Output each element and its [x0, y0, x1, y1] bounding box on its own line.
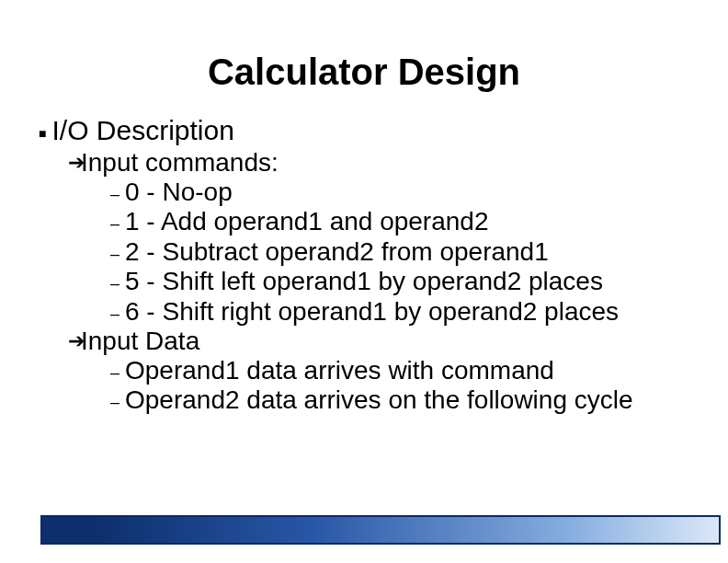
dash-bullet-icon: – — [110, 214, 119, 234]
data-text: Operand1 data arrives with command — [125, 356, 554, 385]
dash-bullet-icon: – — [110, 304, 119, 324]
section-heading: I/O Description — [51, 115, 233, 146]
dash-bullet-icon: – — [110, 274, 119, 293]
command-item: – 1 - Add operand1 and operand2 — [110, 207, 728, 236]
group-input-data: ➔ Input Data — [68, 327, 728, 356]
command-text: 5 - Shift left operand1 by operand2 plac… — [125, 267, 603, 296]
dash-bullet-icon: – — [110, 245, 119, 264]
dash-bullet-icon: – — [110, 363, 119, 383]
command-text: 2 - Subtract operand2 from operand1 — [125, 237, 549, 267]
command-item: – 6 - Shift right operand1 by operand2 p… — [110, 297, 728, 327]
group-input-commands: ➔ Input commands: — [68, 148, 728, 178]
group-heading: Input Data — [81, 327, 199, 356]
command-text: 6 - Shift right operand1 by operand2 pla… — [125, 297, 619, 327]
slide-content: ■ I/O Description ➔ Input commands: – 0 … — [39, 115, 728, 416]
command-item: – 5 - Shift left operand1 by operand2 pl… — [110, 267, 728, 296]
footer-gradient-bar — [40, 515, 721, 545]
square-bullet-icon: ■ — [39, 126, 46, 141]
command-item: – 2 - Subtract operand2 from operand1 — [110, 237, 728, 267]
slide-title: Calculator Design — [0, 52, 728, 93]
command-text: 0 - No-op — [125, 178, 233, 207]
command-text: 1 - Add operand1 and operand2 — [125, 207, 488, 236]
dash-bullet-icon: – — [110, 393, 119, 412]
section-heading-row: ■ I/O Description — [39, 115, 728, 146]
data-item: – Operand1 data arrives with command — [110, 356, 728, 385]
command-item: – 0 - No-op — [110, 178, 728, 207]
slide: Calculator Design ■ I/O Description ➔ In… — [0, 0, 728, 563]
data-text: Operand2 data arrives on the following c… — [125, 385, 633, 415]
dash-bullet-icon: – — [110, 185, 119, 204]
data-item: – Operand2 data arrives on the following… — [110, 385, 728, 415]
group-heading: Input commands: — [81, 148, 279, 178]
